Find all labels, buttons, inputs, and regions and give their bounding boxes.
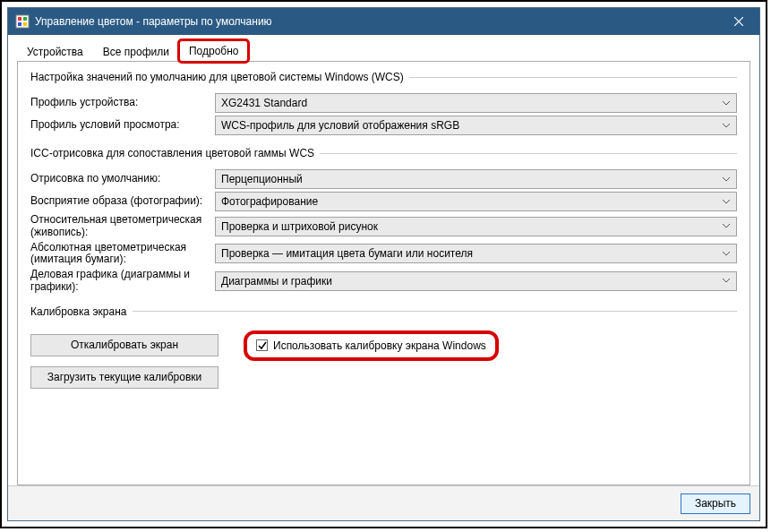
absolute-render-label: Абсолютная цветометрическая (имитация бу… <box>30 242 215 267</box>
chevron-down-icon <box>722 177 731 182</box>
chevron-down-icon <box>722 252 731 256</box>
viewing-profile-label: Профиль условий просмотра: <box>30 119 215 132</box>
use-windows-calib-checkbox[interactable]: Использовать калибровку экрана Windows <box>244 330 499 361</box>
svg-rect-4 <box>23 22 27 26</box>
use-windows-calib-label: Использовать калибровку экрана Windows <box>273 339 486 352</box>
relative-render-combo[interactable]: Проверка и штриховой рисунок <box>215 217 737 236</box>
chevron-down-icon <box>722 124 731 128</box>
load-calibrations-button[interactable]: Загрузить текущие калибровки <box>30 366 218 389</box>
relative-render-label: Относительная цветометрическая (живопись… <box>30 214 215 239</box>
close-dialog-button[interactable]: Закрыть <box>681 493 750 514</box>
divider <box>133 311 737 312</box>
footer: Закрыть <box>8 485 759 520</box>
group-icc-title: ICC-отрисовка для сопоставления цветовой… <box>30 147 320 159</box>
app-icon <box>15 14 30 29</box>
group-icc-rendering: ICC-отрисовка для сопоставления цветовой… <box>30 147 737 298</box>
chevron-down-icon <box>722 279 731 283</box>
close-button[interactable] <box>718 8 759 35</box>
photo-render-label: Восприятие образа (фотографии): <box>30 195 215 208</box>
group-wcs-title: Настройка значений по умолчанию для цвет… <box>30 71 409 83</box>
business-render-combo[interactable]: Диаграммы и графики <box>215 271 737 291</box>
relative-render-value: Проверка и штриховой рисунок <box>221 220 722 233</box>
tab-devices[interactable]: Устройства <box>17 41 93 62</box>
business-render-label: Деловая графика (диаграммы и графики): <box>30 269 215 294</box>
tab-advanced[interactable]: Подробно <box>179 40 249 62</box>
device-profile-value: XG2431 Standard <box>221 97 722 109</box>
device-profile-combo[interactable]: XG2431 Standard <box>215 93 737 113</box>
chevron-down-icon <box>722 200 731 204</box>
titlebar: Управление цветом - параметры по умолчан… <box>8 8 759 35</box>
business-render-value: Диаграммы и графики <box>221 275 722 287</box>
tab-strip: Устройства Все профили Подробно <box>17 39 750 61</box>
viewing-profile-value: WCS-профиль для условий отображения sRGB <box>221 119 722 132</box>
checkbox-icon <box>256 339 268 351</box>
chevron-down-icon <box>722 101 731 106</box>
default-render-label: Отрисовка по умолчанию: <box>30 173 215 185</box>
absolute-render-value: Проверка — имитация цвета бумаги или нос… <box>221 247 722 260</box>
device-profile-label: Профиль устройства: <box>30 97 215 109</box>
svg-rect-2 <box>23 17 27 21</box>
group-wcs-defaults: Настройка значений по умолчанию для цвет… <box>30 71 737 140</box>
tab-all-profiles[interactable]: Все профили <box>93 41 179 62</box>
photo-render-combo[interactable]: Фотографирование <box>215 192 737 211</box>
chevron-down-icon <box>722 224 731 228</box>
svg-rect-3 <box>18 22 21 26</box>
viewing-profile-combo[interactable]: WCS-профиль для условий отображения sRGB <box>215 116 737 135</box>
group-calib-title: Калибровка экрана <box>30 305 133 318</box>
default-render-combo[interactable]: Перцепционный <box>215 169 737 189</box>
photo-render-value: Фотографирование <box>221 195 722 208</box>
tab-page-advanced: Настройка значений по умолчанию для цвет… <box>17 61 750 485</box>
group-calibration: Калибровка экрана Откалибровать экран Ис… <box>30 305 737 396</box>
absolute-render-combo[interactable]: Проверка — имитация цвета бумаги или нос… <box>215 244 737 263</box>
svg-rect-1 <box>18 17 21 21</box>
window-title: Управление цветом - параметры по умолчан… <box>35 15 718 28</box>
calibrate-button[interactable]: Откалибровать экран <box>30 334 218 356</box>
default-render-value: Перцепционный <box>221 173 722 185</box>
divider <box>320 153 737 154</box>
divider <box>409 77 737 78</box>
